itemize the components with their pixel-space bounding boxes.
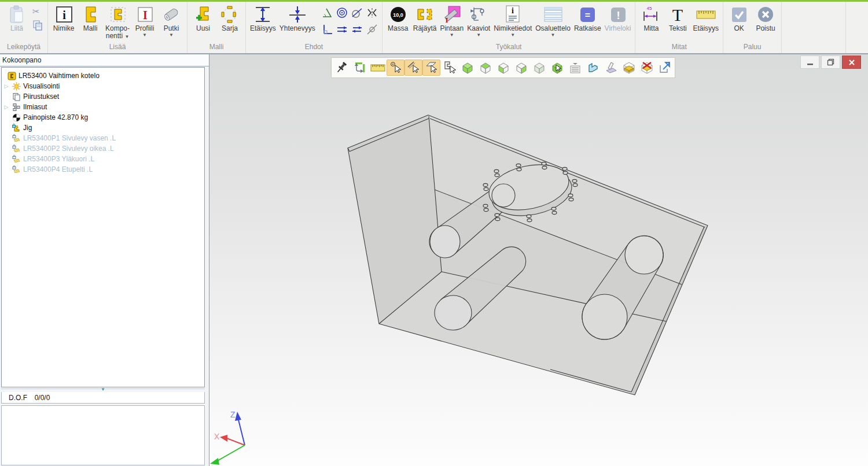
part-locked-icon — [11, 145, 21, 153]
shade-inner-face-icon[interactable] — [512, 60, 530, 76]
section-box-off-icon[interactable] — [638, 60, 656, 76]
solve-icon: = — [579, 4, 596, 25]
dof-label: D.O.F — [5, 394, 27, 402]
tree-item-part4[interactable]: LR53400P4 Etupelti .L — [2, 164, 204, 175]
perpendicular-condition-icon[interactable] — [321, 23, 333, 38]
drag-measure-icon[interactable] — [351, 60, 369, 76]
assembly-tree[interactable]: LR53400 Vaihtimen kotelo ▷ Visualisointi… — [1, 67, 205, 387]
cut-button[interactable]: ✂ — [32, 8, 43, 16]
sarja-button[interactable]: Sarja — [216, 4, 243, 32]
ribbon-group-paluu: OK Poistu Paluu — [723, 2, 782, 53]
tree-item-ilmiasut[interactable]: ▷ Ilmiasut — [2, 102, 204, 112]
exit-icon — [757, 4, 774, 25]
opposite-condition-icon[interactable] — [351, 23, 363, 38]
section-box-icon[interactable] — [620, 60, 638, 76]
pintaan-button[interactable]: I Pintaan ▼ — [438, 4, 465, 38]
group-label: Ehdot — [248, 42, 380, 53]
tree-item-root[interactable]: LR53400 Vaihtimen kotelo — [2, 71, 204, 81]
etaisyys-condition-button[interactable]: Etäisyys — [248, 4, 278, 32]
nimiketiedot-button[interactable]: i Nimiketiedot ▼ — [492, 4, 534, 38]
sheet-unfold-icon[interactable] — [602, 60, 620, 76]
close-button[interactable] — [842, 56, 861, 69]
select-component-icon[interactable] — [440, 60, 458, 76]
expand-arrow-icon[interactable]: ▷ — [2, 104, 11, 110]
ratkaise-button[interactable]: = Ratkaise — [572, 4, 603, 32]
condition-icon-grid — [319, 5, 380, 39]
profiili-button[interactable]: I Profiili ▼ — [131, 4, 158, 38]
yhtenevyys-button[interactable]: Yhtenevyys — [278, 4, 317, 32]
copy-button[interactable] — [32, 20, 43, 33]
mitta-button[interactable]: 45 Mitta — [638, 4, 664, 32]
error-log-icon: ! — [609, 4, 627, 25]
group-label: Työkalut — [385, 42, 633, 53]
shade-solid-icon[interactable] — [458, 60, 476, 76]
shade-top-face-icon[interactable] — [476, 60, 494, 76]
ribbon-group-mitat: 45 Mitta T Teksti Etäisyys Mitat — [635, 2, 723, 53]
restore-button[interactable] — [821, 56, 840, 69]
symmetry-condition-icon[interactable] — [366, 6, 378, 21]
osaluettelo-button[interactable]: Osaluettelo ▼ — [534, 4, 572, 38]
shade-all-icon[interactable] — [530, 60, 548, 76]
select-edge-icon[interactable] — [404, 60, 422, 76]
dimension-icon: 45 — [641, 4, 661, 25]
distance-condition-icon — [253, 4, 272, 25]
ok-button[interactable]: OK — [726, 4, 752, 32]
ruler-icon[interactable] — [369, 60, 387, 76]
ribbon-spacer — [782, 2, 846, 53]
axis-z-label: Z — [230, 410, 236, 419]
group-label: Paluu — [726, 42, 779, 53]
export-view-icon[interactable] — [656, 60, 674, 76]
tree-item-piirustukset[interactable]: Piirustukset — [2, 91, 204, 102]
putki-button[interactable]: Putki ▼ — [158, 4, 185, 38]
svg-text:i: i — [512, 6, 514, 15]
drawings-icon — [11, 93, 21, 101]
jig-locked-icon — [11, 124, 21, 132]
series-icon — [220, 4, 239, 25]
shade-left-face-icon[interactable] — [494, 60, 512, 76]
tree-item-painopiste[interactable]: Painopiste 42.870 kg — [2, 112, 204, 123]
concentric-condition-icon[interactable] — [336, 6, 348, 21]
variants-icon — [11, 103, 21, 112]
tree-item-part1[interactable]: LR53400P1 Sivulevy vasen .L — [2, 133, 204, 143]
pin-icon[interactable] — [333, 60, 351, 76]
massa-button[interactable]: 10,0 Massa — [385, 4, 411, 32]
rajayta-button[interactable]: Räjäytä — [411, 4, 439, 32]
parts-list-icon — [543, 4, 564, 25]
fix-condition-icon[interactable] — [366, 23, 378, 38]
item-info-icon: i — [504, 4, 521, 25]
angle-condition-icon[interactable] — [321, 6, 333, 21]
profile-tool-icon[interactable] — [584, 60, 602, 76]
nimike-button[interactable]: i Nimike — [50, 4, 77, 32]
dof-panel: D.O.F 0/0/0 — [1, 392, 205, 404]
malli-button[interactable]: Malli — [77, 4, 104, 32]
select-point-icon[interactable] — [387, 60, 404, 76]
komponentti-button[interactable]: Kompo- nentti ▼ — [104, 4, 131, 40]
tree-item-part3[interactable]: LR53400P3 Yläkuori .L — [2, 154, 204, 164]
group-label: Malli — [190, 42, 243, 53]
tree-item-part2[interactable]: LR53400P2 Sivulevy oikea .L — [2, 143, 204, 154]
face-select-shade-icon[interactable] — [548, 60, 566, 76]
poistu-button[interactable]: Poistu — [752, 4, 779, 32]
part-locked-icon — [11, 134, 21, 143]
etaisyys-mitta-button[interactable]: Etäisyys — [691, 4, 720, 32]
paste-button[interactable]: Liitä — [2, 4, 31, 32]
3d-viewport[interactable]: Z X — [209, 54, 868, 466]
tangent-condition-icon[interactable] — [351, 6, 363, 21]
sidebar-splitter[interactable]: ▼ — [1, 389, 205, 391]
tree-item-jig[interactable]: Jig — [2, 123, 204, 133]
teksti-button[interactable]: T Teksti — [664, 4, 691, 32]
tree-item-visualisointi[interactable]: ▷ Visualisointi — [2, 81, 204, 91]
3d-viewport-canvas[interactable]: Z X — [209, 54, 868, 466]
expand-arrow-icon[interactable]: ▷ — [2, 83, 11, 89]
sun-icon — [11, 82, 21, 91]
explode-icon — [415, 4, 434, 25]
clipboard-paste-icon — [8, 4, 25, 25]
uusi-button[interactable]: Uusi — [190, 4, 216, 32]
display-options-icon[interactable] — [566, 60, 584, 76]
kaaviot-button[interactable]: Kaaviot ▼ — [465, 4, 492, 38]
select-face-icon[interactable] — [422, 60, 440, 76]
parallel-condition-icon[interactable] — [336, 23, 348, 38]
minimize-button[interactable] — [800, 56, 819, 69]
group-label: Mitat — [638, 42, 720, 53]
virheloki-button[interactable]: ! Virheloki — [603, 4, 633, 32]
